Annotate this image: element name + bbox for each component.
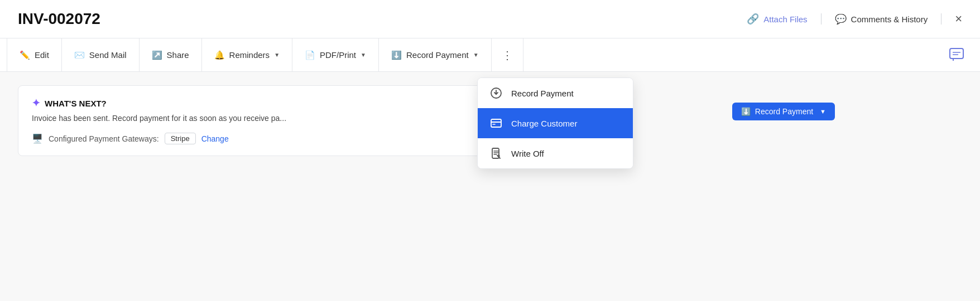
share-button[interactable]: ↗️ Share (140, 38, 202, 72)
svg-rect-5 (491, 119, 501, 127)
record-payment-icon: ⬇️ (391, 50, 402, 60)
top-bar: INV-002072 🔗 Attach Files 💬 Comments & H… (0, 0, 980, 38)
pdf-icon: 📄 (305, 50, 315, 60)
divider (821, 13, 822, 25)
change-link[interactable]: Change (201, 134, 229, 143)
chat-icon: 💬 (835, 13, 847, 25)
svg-rect-0 (950, 48, 963, 59)
dropdown-write-off[interactable]: Write Off (478, 138, 633, 168)
paperclip-icon: 🔗 (747, 13, 759, 25)
attach-files-button[interactable]: 🔗 Attach Files (747, 13, 807, 25)
reminders-chevron: ▼ (274, 52, 280, 58)
whats-next-header: ✦ WHAT'S NEXT? (32, 97, 484, 109)
mail-icon: ✉️ (74, 50, 85, 60)
record-payment-dropdown-icon (489, 87, 503, 99)
close-button[interactable]: × (955, 13, 962, 25)
whats-next-card: ✦ WHAT'S NEXT? Invoice has been sent. Re… (18, 85, 498, 156)
pdf-chevron: ▼ (361, 52, 366, 58)
whats-next-text: Invoice has been sent. Record payment fo… (32, 114, 484, 123)
divider-2 (941, 13, 941, 25)
write-off-icon (489, 147, 503, 159)
record-payment-card-chevron: ▼ (820, 108, 826, 115)
edit-button[interactable]: ✏️ Edit (7, 38, 62, 72)
pdf-print-button[interactable]: 📄 PDF/Print ▼ (292, 38, 379, 72)
more-options-button[interactable]: ⋮ (492, 38, 523, 72)
record-payment-toolbar-button[interactable]: ⬇️ Record Payment ▼ (379, 38, 492, 72)
reminders-button[interactable]: 🔔 Reminders ▼ (202, 38, 292, 72)
edit-icon: ✏️ (20, 50, 30, 60)
stripe-badge: Stripe (165, 133, 196, 144)
more-icon: ⋮ (502, 48, 513, 62)
charge-customer-icon (489, 117, 503, 129)
dropdown-menu: Record Payment Charge Customer (477, 77, 633, 169)
top-bar-actions: 🔗 Attach Files 💬 Comments & History × (747, 13, 962, 25)
payment-gateways: 🖥️ Configured Payment Gateways: Stripe C… (32, 133, 484, 144)
invoice-title: INV-002072 (18, 10, 100, 28)
send-mail-button[interactable]: ✉️ Send Mail (62, 38, 140, 72)
chat-bubble-icon (949, 47, 964, 63)
record-payment-card-icon: ⬇️ (741, 107, 751, 116)
record-payment-chevron: ▼ (473, 52, 479, 58)
reminders-icon: 🔔 (214, 50, 225, 60)
dropdown-record-payment[interactable]: Record Payment (478, 78, 633, 108)
record-payment-card-button[interactable]: ⬇️ Record Payment ▼ (732, 103, 835, 120)
sparkle-icon: ✦ (32, 97, 40, 109)
toolbar: ✏️ Edit ✉️ Send Mail ↗️ Share 🔔 Reminder… (0, 38, 980, 72)
share-icon: ↗️ (152, 50, 162, 60)
gateway-icon: 🖥️ (32, 133, 43, 144)
comments-history-button[interactable]: 💬 Comments & History (835, 13, 928, 25)
dropdown-charge-customer[interactable]: Charge Customer (478, 108, 633, 138)
record-payment-card-area: ⬇️ Record Payment ▼ (732, 103, 835, 120)
main-content: ✦ WHAT'S NEXT? Invoice has been sent. Re… (0, 72, 980, 169)
chat-sidebar-button[interactable] (944, 43, 969, 67)
